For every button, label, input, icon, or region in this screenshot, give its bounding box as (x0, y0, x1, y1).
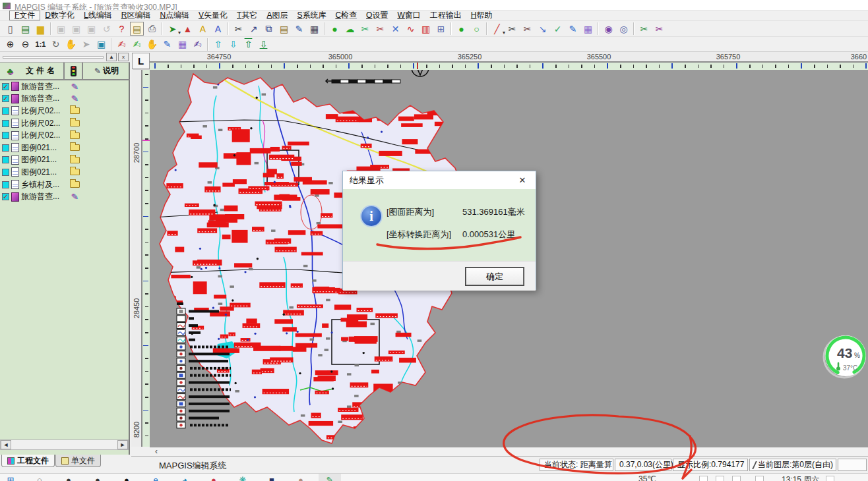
file-name[interactable]: 比例尺02... (21, 105, 66, 117)
cut-line-a-icon[interactable]: ✂ (505, 22, 519, 36)
file-row[interactable]: 图例021... (0, 142, 130, 154)
zoom-1to1-icon[interactable]: 1:1 (34, 38, 47, 51)
print-preview-icon[interactable]: ▤ (130, 22, 144, 36)
close-panel-icon[interactable]: x (118, 53, 129, 61)
app-red-icon[interactable]: ● (208, 475, 219, 481)
windows-start-icon[interactable]: ⊞ (5, 475, 16, 481)
measure-icon[interactable]: ↗ (247, 22, 261, 36)
file-row[interactable]: 比例尺02... (0, 129, 130, 142)
notification-icon[interactable] (826, 476, 834, 481)
file-row[interactable]: 图例021... (0, 154, 130, 167)
node-cut-a-icon[interactable]: ✂ (637, 22, 651, 36)
pick-line-icon[interactable]: ✍ (130, 38, 144, 51)
layer-down-icon[interactable]: ⇩ (226, 38, 240, 51)
pointer-icon[interactable]: ➤ (79, 38, 93, 51)
tray-icon-3[interactable] (755, 476, 764, 481)
file-name[interactable]: 比例尺02... (21, 130, 66, 141)
app-circle2-icon[interactable]: ● (92, 475, 103, 481)
node-cut-b-icon[interactable]: ✂ (652, 22, 666, 36)
collapse-icon[interactable]: ▲ (106, 53, 117, 61)
file-checkbox[interactable] (2, 120, 9, 127)
doc-pen2-icon[interactable]: ✎ (160, 38, 174, 51)
file-checkbox[interactable] (2, 132, 9, 139)
fill-area-icon[interactable]: ● (328, 22, 342, 36)
file-checkbox[interactable] (2, 144, 9, 152)
folder-state-icon[interactable] (70, 169, 80, 175)
split-line-icon[interactable]: ✂ (358, 22, 372, 36)
menu-item-11[interactable]: W窗口 (392, 11, 425, 20)
cut-line-b-icon[interactable]: ✂ (520, 22, 534, 36)
file-name[interactable]: 乡镇村及... (21, 179, 66, 190)
folder-state-icon[interactable] (70, 144, 80, 151)
file-checkbox[interactable]: ✓ (2, 193, 9, 200)
layer-up-icon[interactable]: ⇧ (211, 38, 225, 51)
splitter-track[interactable] (3, 56, 104, 59)
map-scroll-left-icon[interactable]: ‹ (155, 447, 158, 456)
select-tool-icon[interactable]: ➤▾ (166, 22, 179, 36)
copy-icon[interactable]: ⧉ (262, 22, 276, 36)
file-checkbox[interactable] (2, 107, 9, 115)
map-h-scrollbar[interactable]: ‹ (150, 447, 868, 456)
scribble-icon[interactable]: ✍ (191, 38, 204, 51)
file-name[interactable]: 旅游普查... (21, 191, 66, 202)
window-view-icon[interactable]: ▣ (94, 38, 108, 51)
file-row[interactable]: 图例021... (0, 166, 130, 179)
menu-item-4[interactable]: N点编辑 (155, 11, 194, 20)
ie-browser-icon[interactable]: e (150, 475, 161, 481)
file-row[interactable]: ✓旅游普查...✎ (0, 190, 130, 203)
ok-button[interactable]: 确定 (466, 268, 524, 285)
tab-single-file[interactable]: 单文件 (55, 455, 101, 467)
refresh-view-icon[interactable]: ↻ (49, 38, 63, 51)
zoom-in-icon[interactable]: ⊕ (3, 38, 17, 51)
file-row[interactable]: 比例尺02... (0, 117, 130, 130)
attr-edit-icon[interactable]: A (211, 22, 225, 36)
layer-top-icon[interactable]: ⇧ (241, 38, 255, 51)
file-row[interactable]: ✓旅游普查...✎ (0, 93, 130, 105)
scroll-left-icon[interactable]: ◄ (1, 440, 11, 449)
menu-item-7[interactable]: A图层 (262, 11, 292, 20)
menu-item-3[interactable]: R区编辑 (117, 11, 156, 20)
file-checkbox[interactable] (2, 169, 9, 176)
menu-item-0[interactable]: F文件 (9, 11, 40, 20)
file-checkbox[interactable]: ✓ (2, 95, 9, 102)
text-tool-icon[interactable]: A (196, 22, 210, 36)
table-pen2-icon[interactable]: ▦ (175, 38, 189, 51)
search-icon[interactable]: ○ (34, 475, 45, 481)
menu-item-5[interactable]: V矢量化 (194, 11, 232, 20)
menu-item-13[interactable]: H帮助 (466, 11, 497, 20)
close-icon[interactable]: ✕ (516, 175, 529, 185)
paste-icon[interactable]: ▤ (277, 22, 291, 36)
print-icon[interactable]: ⎙ (145, 22, 159, 36)
place-symbol-icon[interactable]: ▲ (181, 22, 195, 36)
file-name[interactable]: 图例021... (21, 154, 66, 165)
dialog-title-bar[interactable]: 结果显示 ✕ (343, 171, 536, 189)
folder-state-icon[interactable] (70, 157, 80, 163)
tray-icon-2[interactable] (732, 476, 741, 481)
edit-state-icon[interactable]: ✎ (71, 82, 78, 91)
folder-state-icon[interactable] (70, 120, 80, 127)
new-file-icon[interactable]: ▯ (3, 22, 17, 36)
file-name[interactable]: 旅游普查... (21, 81, 66, 92)
edit-doc-icon[interactable]: ✎ (292, 22, 306, 36)
edit-table-icon[interactable]: ▦ (307, 22, 321, 36)
region-fill-icon[interactable]: ● (454, 22, 468, 36)
column-file-name[interactable]: 文件名 (20, 63, 63, 79)
menu-item-12[interactable]: 工程输出 (425, 11, 466, 20)
tray-icon-1[interactable] (716, 476, 724, 481)
file-row[interactable]: ✓旅游普查...✎ (0, 80, 130, 93)
file-name[interactable]: 旅游普查... (21, 93, 66, 104)
menu-item-2[interactable]: L线编辑 (79, 11, 117, 20)
folder-state-icon[interactable] (70, 132, 80, 139)
menu-item-10[interactable]: O设置 (361, 11, 392, 20)
grid-edit-icon[interactable]: ⊞ (434, 22, 448, 36)
app-teal-icon[interactable]: ❋ (237, 475, 248, 481)
tray-icon-0[interactable] (699, 476, 708, 481)
file-checkbox[interactable] (2, 181, 9, 188)
line-style-icon[interactable]: ╱▾ (490, 22, 504, 36)
edit-state-icon[interactable]: ✎ (71, 94, 78, 103)
temp-monitor-widget[interactable]: 43 % 37°C (821, 331, 868, 380)
folder-state-icon[interactable] (70, 107, 80, 114)
menu-item-8[interactable]: S系统库 (292, 11, 330, 20)
column-description[interactable]: 说明 (103, 65, 119, 76)
mapgis-app-icon[interactable]: ✎ (325, 475, 335, 481)
